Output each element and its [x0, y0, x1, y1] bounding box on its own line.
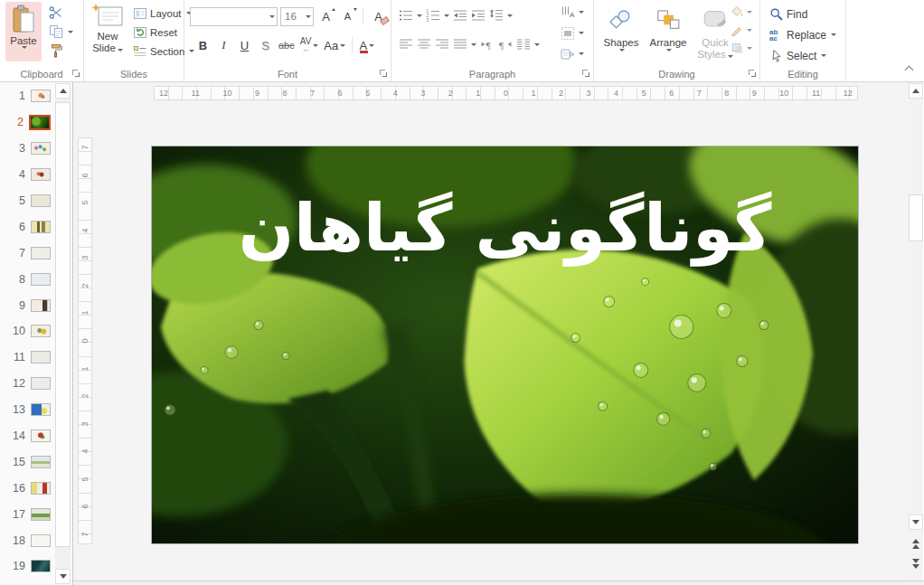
slide-thumbnail-row[interactable]: 9	[0, 292, 52, 318]
slide-thumbnail[interactable]	[31, 377, 51, 390]
select-button[interactable]: Select	[768, 46, 838, 65]
align-left-button[interactable]	[399, 38, 413, 51]
slide-thumbnail-row[interactable]: 19	[0, 553, 52, 580]
left-to-right-button[interactable]	[480, 38, 495, 51]
slide-thumbnail[interactable]	[31, 534, 51, 547]
slide-title-text[interactable]: گوناگونی گیاهان	[152, 179, 858, 277]
convert-to-smartart-button[interactable]	[561, 45, 584, 62]
slide-thumbnail-row[interactable]: 16	[0, 475, 52, 501]
slide-thumbnail[interactable]	[31, 168, 51, 181]
underline-button[interactable]: U	[235, 35, 254, 55]
slide-editing-area[interactable]: گوناگونی گیاهان	[152, 146, 858, 543]
grow-font-button[interactable]: A	[316, 6, 335, 26]
columns-button[interactable]	[516, 38, 540, 51]
find-button[interactable]: Find	[768, 5, 838, 24]
slide-thumbnail-row[interactable]: 8	[0, 266, 52, 292]
slide-thumbnail[interactable]	[31, 403, 51, 416]
arrange-button[interactable]: Arrange	[646, 3, 690, 66]
bullets-button[interactable]	[399, 9, 422, 22]
slide-thumbnail-row[interactable]: 17	[0, 501, 52, 527]
slide-thumbnail[interactable]	[31, 299, 51, 312]
font-name-combobox[interactable]	[190, 7, 278, 26]
vertical-ruler[interactable]: 765432101234567	[78, 137, 92, 544]
format-painter-button[interactable]	[47, 42, 75, 60]
align-text-button[interactable]	[561, 24, 584, 42]
slide-thumbnail[interactable]	[31, 456, 51, 468]
shape-effects-button[interactable]	[731, 42, 752, 54]
slide-thumbnail[interactable]	[31, 482, 51, 495]
copy-button[interactable]	[47, 23, 75, 41]
slide-thumbnail[interactable]	[31, 221, 51, 233]
scrollbar-thumb[interactable]	[909, 194, 923, 241]
slide-thumbnail[interactable]	[31, 90, 51, 102]
scroll-down-button[interactable]	[909, 514, 923, 530]
slide-thumbnail[interactable]	[31, 142, 51, 155]
text-direction-button[interactable]	[561, 4, 584, 21]
slide-thumbnail[interactable]	[31, 273, 51, 286]
shape-fill-button[interactable]	[731, 5, 752, 18]
clipboard-dialog-launcher[interactable]	[72, 70, 80, 78]
numbering-button[interactable]	[426, 9, 449, 22]
slide-thumbnail[interactable]	[29, 115, 51, 130]
font-name-dropdown[interactable]	[265, 15, 277, 18]
character-spacing-button[interactable]: AV↔	[298, 35, 321, 55]
strikethrough-button[interactable]: abc	[277, 35, 297, 55]
slide-thumbnail[interactable]	[31, 351, 51, 363]
next-slide-button[interactable]	[909, 556, 923, 571]
slide-thumbnail-row[interactable]: 18	[0, 527, 52, 553]
bold-button[interactable]: B	[193, 35, 212, 55]
slide-thumbnail-row[interactable]: 4	[0, 162, 52, 188]
shape-outline-button[interactable]	[731, 24, 752, 36]
thumbnail-scrollbar-thumb[interactable]	[55, 102, 71, 547]
slide-thumbnail-row[interactable]: 10	[0, 318, 52, 344]
cut-button[interactable]	[47, 4, 75, 22]
slide-thumbnail-row[interactable]: 14	[0, 423, 52, 449]
slide-thumbnail-row[interactable]: 1	[0, 83, 52, 109]
font-size-combobox[interactable]: 16	[280, 7, 314, 26]
font-size-dropdown[interactable]	[301, 15, 313, 18]
slide-thumbnail[interactable]	[31, 325, 51, 337]
slide-thumbnail[interactable]	[31, 560, 51, 572]
slide-thumbnail-row[interactable]: 6	[0, 213, 52, 240]
scroll-up-button[interactable]	[909, 83, 923, 99]
slide-thumbnail-row[interactable]: 5	[0, 188, 52, 214]
replace-button[interactable]: abac Replace	[768, 25, 838, 44]
font-dialog-launcher[interactable]	[380, 70, 388, 78]
thumbnail-scroll-down-button[interactable]	[55, 569, 71, 584]
slide-thumbnail-row[interactable]: 3	[0, 136, 52, 162]
slide-thumbnail-row[interactable]: 20	[0, 580, 52, 585]
change-case-button[interactable]: Aa	[322, 35, 347, 55]
align-right-button[interactable]	[435, 38, 449, 51]
justify-button[interactable]	[453, 38, 476, 51]
shrink-font-button[interactable]: A	[338, 6, 357, 26]
paragraph-dialog-launcher[interactable]	[582, 70, 590, 78]
right-to-left-button[interactable]	[498, 38, 513, 51]
horizontal-ruler[interactable]: 1211109876543210123456789101112	[154, 86, 858, 100]
align-center-button[interactable]	[417, 38, 431, 51]
clear-formatting-button[interactable]: A	[369, 6, 388, 26]
slide-thumbnail-row[interactable]: 7	[0, 240, 52, 266]
decrease-indent-button[interactable]	[453, 9, 467, 22]
slide-thumbnail-row[interactable]: 15	[0, 448, 52, 475]
slide-thumbnail-row[interactable]: 2	[0, 109, 52, 136]
paste-button[interactable]: Paste	[5, 2, 42, 61]
italic-button[interactable]: I	[214, 35, 233, 55]
slide-thumbnail-row[interactable]: 12	[0, 371, 52, 397]
collapse-ribbon-button[interactable]	[905, 64, 913, 72]
drawing-dialog-launcher[interactable]	[749, 70, 757, 78]
font-color-button[interactable]: A	[357, 35, 376, 55]
slide-thumbnail[interactable]	[31, 247, 51, 259]
shapes-button[interactable]: Shapes	[599, 3, 643, 66]
thumbnail-scroll-up-button[interactable]	[55, 83, 71, 99]
slide-thumbnail-row[interactable]: 13	[0, 397, 52, 423]
new-slide-button[interactable]: New Slide	[88, 2, 127, 63]
previous-slide-button[interactable]	[909, 536, 923, 552]
slide-thumbnail-row[interactable]: 11	[0, 344, 52, 371]
slide-thumbnail[interactable]	[31, 194, 51, 207]
slide-thumbnail[interactable]	[31, 508, 51, 521]
increase-indent-button[interactable]	[471, 9, 486, 22]
line-spacing-button[interactable]	[489, 9, 513, 22]
text-shadow-button[interactable]: S	[256, 35, 275, 55]
main-vertical-scrollbar[interactable]	[909, 82, 923, 581]
thumbnail-panel-scrollbar[interactable]	[55, 83, 71, 584]
